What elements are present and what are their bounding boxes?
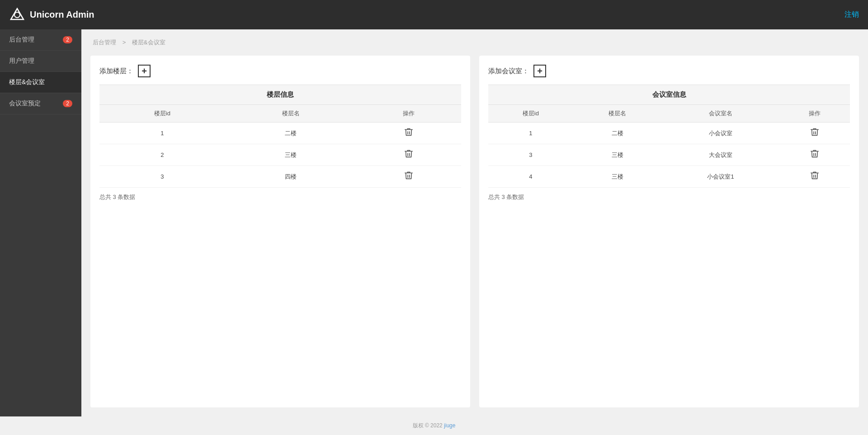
footer-link[interactable]: jiuge [444, 422, 455, 429]
add-meeting-button[interactable]: + [533, 65, 546, 77]
floor-action-cell [357, 123, 461, 144]
sidebar-label-backend-mgmt: 后台管理 [9, 36, 34, 44]
table-row: 2 三楼 [99, 144, 461, 166]
brand-title: Unicorn Admin [30, 9, 94, 20]
floor-name-cell: 四楼 [225, 166, 357, 188]
meeting-floor-id-cell: 3 [488, 144, 573, 166]
floor-col-name: 楼层名 [225, 105, 357, 123]
breadcrumb: 后台管理 > 楼层&会议室 [90, 38, 859, 47]
app-header: Unicorn Admin 注销 [0, 0, 868, 29]
meeting-floor-id-cell: 1 [488, 123, 573, 144]
meeting-col-action: 操作 [779, 105, 850, 123]
floor-id-cell: 3 [99, 166, 225, 188]
logo-icon [9, 7, 25, 23]
meeting-room-name-cell: 小会议室1 [662, 166, 779, 188]
meeting-action-cell [779, 166, 850, 188]
floor-panel: 添加楼层： + 楼层信息 楼层id 楼层名 操作 [90, 56, 470, 407]
floor-col-action: 操作 [357, 105, 461, 123]
floor-total: 总共 3 条数据 [99, 193, 461, 201]
sidebar: 后台管理 2 用户管理 楼层&会议室 会议室预定 2 [0, 29, 81, 416]
meeting-table: 会议室信息 楼层id 楼层名 会议室名 操作 1 二楼 小会议室 [488, 85, 850, 188]
floor-name-cell: 三楼 [225, 144, 357, 166]
sidebar-badge-backend-mgmt: 2 [63, 36, 72, 43]
floor-id-cell: 1 [99, 123, 225, 144]
breadcrumb-parent: 后台管理 [93, 39, 116, 46]
brand: Unicorn Admin [9, 7, 94, 23]
meeting-floor-name-cell: 三楼 [573, 144, 662, 166]
delete-meeting-button[interactable] [810, 127, 820, 139]
table-row: 1 二楼 [99, 123, 461, 144]
delete-floor-button[interactable] [404, 170, 414, 183]
meeting-floor-id-cell: 4 [488, 166, 573, 188]
delete-meeting-button[interactable] [810, 170, 820, 183]
breadcrumb-current: 楼层&会议室 [132, 39, 165, 46]
meeting-action-cell [779, 123, 850, 144]
sidebar-item-user-mgmt[interactable]: 用户管理 [0, 51, 81, 72]
sidebar-label-user-mgmt: 用户管理 [9, 57, 34, 65]
meeting-panel: 添加会议室： + 会议室信息 楼层id 楼层名 会议室名 操作 [479, 56, 859, 407]
svg-point-1 [14, 12, 20, 18]
sidebar-item-meeting-reserve[interactable]: 会议室预定 2 [0, 93, 81, 114]
sidebar-label-meeting-reserve: 会议室预定 [9, 99, 41, 108]
floor-action-cell [357, 166, 461, 188]
breadcrumb-separator: > [123, 39, 127, 46]
meeting-table-title: 会议室信息 [488, 85, 850, 105]
logout-button[interactable]: 注销 [844, 10, 859, 19]
meeting-col-floor-name: 楼层名 [573, 105, 662, 123]
meeting-room-name-cell: 大会议室 [662, 144, 779, 166]
floor-id-cell: 2 [99, 144, 225, 166]
floor-table: 楼层信息 楼层id 楼层名 操作 1 二楼 2 [99, 85, 461, 188]
delete-floor-button[interactable] [404, 149, 414, 161]
table-row: 4 三楼 小会议室1 [488, 166, 850, 188]
sidebar-label-floor-meeting: 楼层&会议室 [9, 78, 45, 86]
meeting-col-room-name: 会议室名 [662, 105, 779, 123]
table-row: 3 三楼 大会议室 [488, 144, 850, 166]
meeting-room-name-cell: 小会议室 [662, 123, 779, 144]
add-meeting-row: 添加会议室： + [488, 65, 850, 77]
delete-meeting-button[interactable] [810, 149, 820, 161]
floor-name-cell: 二楼 [225, 123, 357, 144]
sidebar-item-backend-mgmt[interactable]: 后台管理 2 [0, 29, 81, 51]
meeting-action-cell [779, 144, 850, 166]
add-floor-button[interactable]: + [138, 65, 151, 77]
meeting-total: 总共 3 条数据 [488, 193, 850, 201]
meeting-col-floor-id: 楼层id [488, 105, 573, 123]
floor-table-title: 楼层信息 [99, 85, 461, 105]
delete-floor-button[interactable] [404, 127, 414, 139]
floor-col-id: 楼层id [99, 105, 225, 123]
add-floor-label: 添加楼层： [99, 67, 133, 76]
footer: 版权 © 2022 jiuge [0, 416, 868, 435]
main-content: 后台管理 > 楼层&会议室 添加楼层： + 楼层信息 楼层id [81, 29, 868, 416]
sidebar-badge-meeting-reserve: 2 [63, 100, 72, 107]
meeting-floor-name-cell: 二楼 [573, 123, 662, 144]
sidebar-item-floor-meeting[interactable]: 楼层&会议室 [0, 72, 81, 93]
table-row: 3 四楼 [99, 166, 461, 188]
add-meeting-label: 添加会议室： [488, 67, 529, 76]
meeting-floor-name-cell: 三楼 [573, 166, 662, 188]
add-floor-row: 添加楼层： + [99, 65, 461, 77]
table-row: 1 二楼 小会议室 [488, 123, 850, 144]
floor-action-cell [357, 144, 461, 166]
footer-text: 版权 © 2022 jiuge [413, 422, 456, 429]
